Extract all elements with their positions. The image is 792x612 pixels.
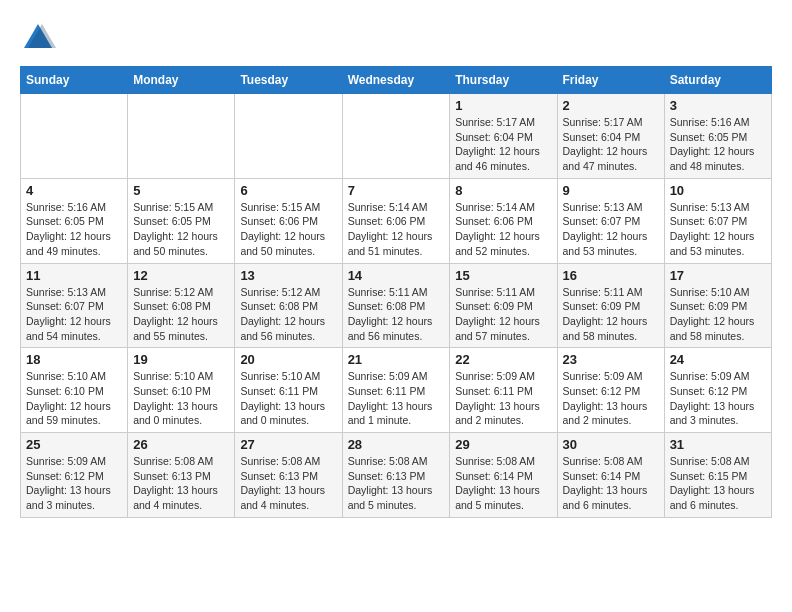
day-number: 16: [563, 268, 659, 283]
calendar-header: SundayMondayTuesdayWednesdayThursdayFrid…: [21, 67, 772, 94]
calendar-cell: 12Sunrise: 5:12 AM Sunset: 6:08 PM Dayli…: [128, 263, 235, 348]
calendar-cell: 4Sunrise: 5:16 AM Sunset: 6:05 PM Daylig…: [21, 178, 128, 263]
calendar-cell: 10Sunrise: 5:13 AM Sunset: 6:07 PM Dayli…: [664, 178, 771, 263]
day-info: Sunrise: 5:13 AM Sunset: 6:07 PM Dayligh…: [563, 200, 659, 259]
day-number: 7: [348, 183, 445, 198]
day-info: Sunrise: 5:08 AM Sunset: 6:13 PM Dayligh…: [133, 454, 229, 513]
day-info: Sunrise: 5:14 AM Sunset: 6:06 PM Dayligh…: [348, 200, 445, 259]
header-day: Sunday: [21, 67, 128, 94]
day-number: 13: [240, 268, 336, 283]
calendar-cell: 18Sunrise: 5:10 AM Sunset: 6:10 PM Dayli…: [21, 348, 128, 433]
day-number: 8: [455, 183, 551, 198]
day-info: Sunrise: 5:10 AM Sunset: 6:11 PM Dayligh…: [240, 369, 336, 428]
day-number: 24: [670, 352, 766, 367]
day-number: 3: [670, 98, 766, 113]
day-info: Sunrise: 5:08 AM Sunset: 6:15 PM Dayligh…: [670, 454, 766, 513]
day-info: Sunrise: 5:11 AM Sunset: 6:09 PM Dayligh…: [563, 285, 659, 344]
calendar-cell: 27Sunrise: 5:08 AM Sunset: 6:13 PM Dayli…: [235, 433, 342, 518]
day-number: 14: [348, 268, 445, 283]
calendar-cell: [342, 94, 450, 179]
calendar-cell: 3Sunrise: 5:16 AM Sunset: 6:05 PM Daylig…: [664, 94, 771, 179]
day-info: Sunrise: 5:09 AM Sunset: 6:12 PM Dayligh…: [563, 369, 659, 428]
day-number: 9: [563, 183, 659, 198]
calendar-cell: 13Sunrise: 5:12 AM Sunset: 6:08 PM Dayli…: [235, 263, 342, 348]
day-number: 31: [670, 437, 766, 452]
calendar-cell: 1Sunrise: 5:17 AM Sunset: 6:04 PM Daylig…: [450, 94, 557, 179]
calendar-body: 1Sunrise: 5:17 AM Sunset: 6:04 PM Daylig…: [21, 94, 772, 518]
calendar-week-row: 1Sunrise: 5:17 AM Sunset: 6:04 PM Daylig…: [21, 94, 772, 179]
calendar-cell: [128, 94, 235, 179]
header-day: Thursday: [450, 67, 557, 94]
calendar-cell: 8Sunrise: 5:14 AM Sunset: 6:06 PM Daylig…: [450, 178, 557, 263]
calendar-cell: 20Sunrise: 5:10 AM Sunset: 6:11 PM Dayli…: [235, 348, 342, 433]
calendar-cell: 23Sunrise: 5:09 AM Sunset: 6:12 PM Dayli…: [557, 348, 664, 433]
header-row: SundayMondayTuesdayWednesdayThursdayFrid…: [21, 67, 772, 94]
day-number: 11: [26, 268, 122, 283]
day-info: Sunrise: 5:17 AM Sunset: 6:04 PM Dayligh…: [455, 115, 551, 174]
calendar-cell: 6Sunrise: 5:15 AM Sunset: 6:06 PM Daylig…: [235, 178, 342, 263]
day-info: Sunrise: 5:11 AM Sunset: 6:09 PM Dayligh…: [455, 285, 551, 344]
day-number: 1: [455, 98, 551, 113]
day-info: Sunrise: 5:16 AM Sunset: 6:05 PM Dayligh…: [670, 115, 766, 174]
calendar-cell: 17Sunrise: 5:10 AM Sunset: 6:09 PM Dayli…: [664, 263, 771, 348]
calendar-cell: 26Sunrise: 5:08 AM Sunset: 6:13 PM Dayli…: [128, 433, 235, 518]
header-day: Saturday: [664, 67, 771, 94]
day-info: Sunrise: 5:15 AM Sunset: 6:05 PM Dayligh…: [133, 200, 229, 259]
day-number: 10: [670, 183, 766, 198]
day-info: Sunrise: 5:13 AM Sunset: 6:07 PM Dayligh…: [670, 200, 766, 259]
day-info: Sunrise: 5:08 AM Sunset: 6:14 PM Dayligh…: [563, 454, 659, 513]
calendar-cell: 9Sunrise: 5:13 AM Sunset: 6:07 PM Daylig…: [557, 178, 664, 263]
day-number: 4: [26, 183, 122, 198]
day-number: 6: [240, 183, 336, 198]
day-number: 30: [563, 437, 659, 452]
day-number: 15: [455, 268, 551, 283]
calendar-week-row: 25Sunrise: 5:09 AM Sunset: 6:12 PM Dayli…: [21, 433, 772, 518]
header-day: Friday: [557, 67, 664, 94]
day-number: 22: [455, 352, 551, 367]
day-number: 29: [455, 437, 551, 452]
day-info: Sunrise: 5:14 AM Sunset: 6:06 PM Dayligh…: [455, 200, 551, 259]
calendar-cell: 19Sunrise: 5:10 AM Sunset: 6:10 PM Dayli…: [128, 348, 235, 433]
calendar-week-row: 4Sunrise: 5:16 AM Sunset: 6:05 PM Daylig…: [21, 178, 772, 263]
calendar-cell: 16Sunrise: 5:11 AM Sunset: 6:09 PM Dayli…: [557, 263, 664, 348]
day-info: Sunrise: 5:15 AM Sunset: 6:06 PM Dayligh…: [240, 200, 336, 259]
day-info: Sunrise: 5:13 AM Sunset: 6:07 PM Dayligh…: [26, 285, 122, 344]
header-day: Monday: [128, 67, 235, 94]
calendar-table: SundayMondayTuesdayWednesdayThursdayFrid…: [20, 66, 772, 518]
calendar-cell: 21Sunrise: 5:09 AM Sunset: 6:11 PM Dayli…: [342, 348, 450, 433]
day-number: 25: [26, 437, 122, 452]
day-info: Sunrise: 5:08 AM Sunset: 6:13 PM Dayligh…: [348, 454, 445, 513]
day-info: Sunrise: 5:10 AM Sunset: 6:10 PM Dayligh…: [26, 369, 122, 428]
day-number: 28: [348, 437, 445, 452]
day-number: 2: [563, 98, 659, 113]
day-info: Sunrise: 5:09 AM Sunset: 6:12 PM Dayligh…: [26, 454, 122, 513]
calendar-cell: 7Sunrise: 5:14 AM Sunset: 6:06 PM Daylig…: [342, 178, 450, 263]
logo: [20, 20, 60, 56]
day-info: Sunrise: 5:10 AM Sunset: 6:09 PM Dayligh…: [670, 285, 766, 344]
calendar-cell: 2Sunrise: 5:17 AM Sunset: 6:04 PM Daylig…: [557, 94, 664, 179]
day-info: Sunrise: 5:12 AM Sunset: 6:08 PM Dayligh…: [240, 285, 336, 344]
calendar-cell: 15Sunrise: 5:11 AM Sunset: 6:09 PM Dayli…: [450, 263, 557, 348]
page-header: [20, 20, 772, 56]
calendar-cell: 30Sunrise: 5:08 AM Sunset: 6:14 PM Dayli…: [557, 433, 664, 518]
calendar-cell: 24Sunrise: 5:09 AM Sunset: 6:12 PM Dayli…: [664, 348, 771, 433]
header-day: Wednesday: [342, 67, 450, 94]
calendar-cell: 31Sunrise: 5:08 AM Sunset: 6:15 PM Dayli…: [664, 433, 771, 518]
day-info: Sunrise: 5:09 AM Sunset: 6:11 PM Dayligh…: [455, 369, 551, 428]
header-day: Tuesday: [235, 67, 342, 94]
calendar-cell: [21, 94, 128, 179]
day-number: 18: [26, 352, 122, 367]
day-info: Sunrise: 5:08 AM Sunset: 6:13 PM Dayligh…: [240, 454, 336, 513]
day-info: Sunrise: 5:16 AM Sunset: 6:05 PM Dayligh…: [26, 200, 122, 259]
day-info: Sunrise: 5:10 AM Sunset: 6:10 PM Dayligh…: [133, 369, 229, 428]
day-number: 27: [240, 437, 336, 452]
calendar-week-row: 18Sunrise: 5:10 AM Sunset: 6:10 PM Dayli…: [21, 348, 772, 433]
day-number: 5: [133, 183, 229, 198]
day-number: 20: [240, 352, 336, 367]
day-info: Sunrise: 5:09 AM Sunset: 6:11 PM Dayligh…: [348, 369, 445, 428]
logo-icon: [20, 20, 56, 56]
day-number: 19: [133, 352, 229, 367]
day-number: 21: [348, 352, 445, 367]
calendar-cell: 5Sunrise: 5:15 AM Sunset: 6:05 PM Daylig…: [128, 178, 235, 263]
day-number: 26: [133, 437, 229, 452]
